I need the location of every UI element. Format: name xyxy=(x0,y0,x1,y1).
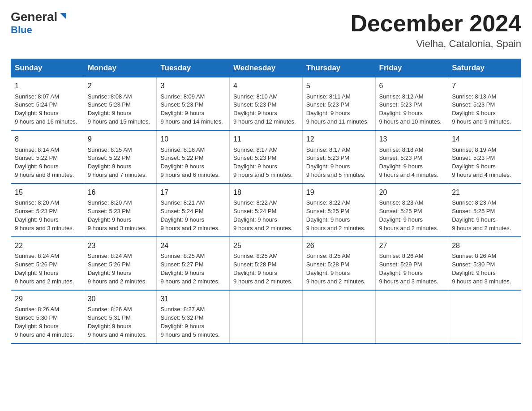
day-number: 2 xyxy=(88,81,153,91)
day-info: Sunrise: 8:20 AMSunset: 5:23 PMDaylight:… xyxy=(15,199,74,231)
calendar-cell: 23Sunrise: 8:24 AMSunset: 5:26 PMDayligh… xyxy=(84,237,157,290)
day-number: 15 xyxy=(15,188,80,197)
day-number: 6 xyxy=(379,81,445,91)
calendar-cell: 16Sunrise: 8:20 AMSunset: 5:23 PMDayligh… xyxy=(84,184,157,237)
day-info: Sunrise: 8:19 AMSunset: 5:23 PMDaylight:… xyxy=(452,146,511,179)
logo-blue: Blue xyxy=(11,24,32,36)
calendar-cell: 3Sunrise: 8:09 AMSunset: 5:23 PMDaylight… xyxy=(157,77,230,130)
day-info: Sunrise: 8:26 AMSunset: 5:29 PMDaylight:… xyxy=(379,253,438,285)
day-number: 9 xyxy=(88,134,153,144)
day-number: 17 xyxy=(160,188,226,197)
page-header: General Blue December 2024 Vielha, Catal… xyxy=(11,11,521,50)
day-number: 4 xyxy=(233,81,299,91)
day-number: 22 xyxy=(15,241,80,251)
day-info: Sunrise: 8:26 AMSunset: 5:30 PMDaylight:… xyxy=(452,253,511,285)
day-info: Sunrise: 8:22 AMSunset: 5:24 PMDaylight:… xyxy=(233,199,292,231)
calendar-cell: 4Sunrise: 8:10 AMSunset: 5:23 PMDaylight… xyxy=(230,77,303,130)
calendar-cell xyxy=(230,290,303,343)
day-info: Sunrise: 8:14 AMSunset: 5:22 PMDaylight:… xyxy=(15,146,74,179)
day-number: 11 xyxy=(233,134,299,144)
calendar-cell xyxy=(448,290,521,343)
day-number: 19 xyxy=(306,188,372,197)
title-section: December 2024 Vielha, Catalonia, Spain xyxy=(350,11,521,50)
location: Vielha, Catalonia, Spain xyxy=(350,38,521,50)
calendar-cell: 22Sunrise: 8:24 AMSunset: 5:26 PMDayligh… xyxy=(11,237,84,290)
calendar-cell: 24Sunrise: 8:25 AMSunset: 5:27 PMDayligh… xyxy=(157,237,230,290)
header-sunday: Sunday xyxy=(11,59,84,77)
week-row-2: 8Sunrise: 8:14 AMSunset: 5:22 PMDaylight… xyxy=(11,130,521,184)
calendar-cell: 27Sunrise: 8:26 AMSunset: 5:29 PMDayligh… xyxy=(375,237,448,290)
day-number: 7 xyxy=(452,81,517,91)
day-info: Sunrise: 8:25 AMSunset: 5:28 PMDaylight:… xyxy=(233,253,292,285)
day-info: Sunrise: 8:25 AMSunset: 5:27 PMDaylight:… xyxy=(160,253,219,285)
header-wednesday: Wednesday xyxy=(230,59,303,77)
calendar-cell xyxy=(375,290,448,343)
day-info: Sunrise: 8:24 AMSunset: 5:26 PMDaylight:… xyxy=(88,253,147,285)
day-info: Sunrise: 8:07 AMSunset: 5:24 PMDaylight:… xyxy=(15,93,77,125)
day-number: 28 xyxy=(452,241,517,251)
day-number: 31 xyxy=(160,294,226,304)
header-thursday: Thursday xyxy=(302,59,375,77)
calendar-cell: 25Sunrise: 8:25 AMSunset: 5:28 PMDayligh… xyxy=(230,237,303,290)
logo: General Blue xyxy=(11,11,68,36)
day-info: Sunrise: 8:11 AMSunset: 5:23 PMDaylight:… xyxy=(306,93,369,125)
week-row-4: 22Sunrise: 8:24 AMSunset: 5:26 PMDayligh… xyxy=(11,237,521,290)
header-monday: Monday xyxy=(84,59,157,77)
calendar-cell: 10Sunrise: 8:16 AMSunset: 5:22 PMDayligh… xyxy=(157,130,230,184)
calendar-cell: 17Sunrise: 8:21 AMSunset: 5:24 PMDayligh… xyxy=(157,184,230,237)
day-info: Sunrise: 8:12 AMSunset: 5:23 PMDaylight:… xyxy=(379,93,442,125)
calendar-cell: 11Sunrise: 8:17 AMSunset: 5:23 PMDayligh… xyxy=(230,130,303,184)
calendar-cell: 18Sunrise: 8:22 AMSunset: 5:24 PMDayligh… xyxy=(230,184,303,237)
week-row-5: 29Sunrise: 8:26 AMSunset: 5:30 PMDayligh… xyxy=(11,290,521,343)
day-info: Sunrise: 8:26 AMSunset: 5:31 PMDaylight:… xyxy=(88,306,147,338)
calendar-cell: 5Sunrise: 8:11 AMSunset: 5:23 PMDaylight… xyxy=(302,77,375,130)
day-number: 5 xyxy=(306,81,372,91)
day-number: 29 xyxy=(15,294,80,304)
logo-general: General xyxy=(11,11,57,23)
calendar-header: SundayMondayTuesdayWednesdayThursdayFrid… xyxy=(11,59,521,77)
calendar-cell: 13Sunrise: 8:18 AMSunset: 5:23 PMDayligh… xyxy=(375,130,448,184)
day-info: Sunrise: 8:22 AMSunset: 5:25 PMDaylight:… xyxy=(306,199,365,231)
calendar-cell xyxy=(302,290,375,343)
header-saturday: Saturday xyxy=(448,59,521,77)
day-info: Sunrise: 8:17 AMSunset: 5:23 PMDaylight:… xyxy=(306,146,365,179)
logo-triangle-icon xyxy=(58,11,68,21)
day-info: Sunrise: 8:23 AMSunset: 5:25 PMDaylight:… xyxy=(379,199,438,231)
calendar-cell: 30Sunrise: 8:26 AMSunset: 5:31 PMDayligh… xyxy=(84,290,157,343)
day-info: Sunrise: 8:16 AMSunset: 5:22 PMDaylight:… xyxy=(160,146,219,179)
day-info: Sunrise: 8:23 AMSunset: 5:25 PMDaylight:… xyxy=(452,199,511,231)
calendar-cell: 19Sunrise: 8:22 AMSunset: 5:25 PMDayligh… xyxy=(302,184,375,237)
day-number: 14 xyxy=(452,134,517,144)
day-info: Sunrise: 8:27 AMSunset: 5:32 PMDaylight:… xyxy=(160,306,219,338)
calendar-table: SundayMondayTuesdayWednesdayThursdayFrid… xyxy=(11,59,521,344)
day-number: 8 xyxy=(15,134,80,144)
day-number: 23 xyxy=(88,241,153,251)
calendar-cell: 15Sunrise: 8:20 AMSunset: 5:23 PMDayligh… xyxy=(11,184,84,237)
calendar-cell: 20Sunrise: 8:23 AMSunset: 5:25 PMDayligh… xyxy=(375,184,448,237)
day-info: Sunrise: 8:18 AMSunset: 5:23 PMDaylight:… xyxy=(379,146,438,179)
calendar-cell: 31Sunrise: 8:27 AMSunset: 5:32 PMDayligh… xyxy=(157,290,230,343)
day-info: Sunrise: 8:13 AMSunset: 5:23 PMDaylight:… xyxy=(452,93,511,125)
calendar-cell: 21Sunrise: 8:23 AMSunset: 5:25 PMDayligh… xyxy=(448,184,521,237)
calendar-cell: 8Sunrise: 8:14 AMSunset: 5:22 PMDaylight… xyxy=(11,130,84,184)
day-number: 3 xyxy=(160,81,226,91)
day-info: Sunrise: 8:26 AMSunset: 5:30 PMDaylight:… xyxy=(15,306,74,338)
calendar-cell: 14Sunrise: 8:19 AMSunset: 5:23 PMDayligh… xyxy=(448,130,521,184)
header-tuesday: Tuesday xyxy=(157,59,230,77)
day-info: Sunrise: 8:25 AMSunset: 5:28 PMDaylight:… xyxy=(306,253,365,285)
calendar-body: 1Sunrise: 8:07 AMSunset: 5:24 PMDaylight… xyxy=(11,77,521,343)
day-number: 1 xyxy=(15,81,80,91)
day-info: Sunrise: 8:08 AMSunset: 5:23 PMDaylight:… xyxy=(88,93,150,125)
day-info: Sunrise: 8:09 AMSunset: 5:23 PMDaylight:… xyxy=(160,93,223,125)
day-number: 16 xyxy=(88,188,153,197)
header-row: SundayMondayTuesdayWednesdayThursdayFrid… xyxy=(11,59,521,77)
calendar-cell: 7Sunrise: 8:13 AMSunset: 5:23 PMDaylight… xyxy=(448,77,521,130)
week-row-3: 15Sunrise: 8:20 AMSunset: 5:23 PMDayligh… xyxy=(11,184,521,237)
day-number: 25 xyxy=(233,241,299,251)
calendar-cell: 29Sunrise: 8:26 AMSunset: 5:30 PMDayligh… xyxy=(11,290,84,343)
day-number: 27 xyxy=(379,241,445,251)
day-number: 18 xyxy=(233,188,299,197)
day-info: Sunrise: 8:10 AMSunset: 5:23 PMDaylight:… xyxy=(233,93,296,125)
header-friday: Friday xyxy=(375,59,448,77)
day-number: 24 xyxy=(160,241,226,251)
